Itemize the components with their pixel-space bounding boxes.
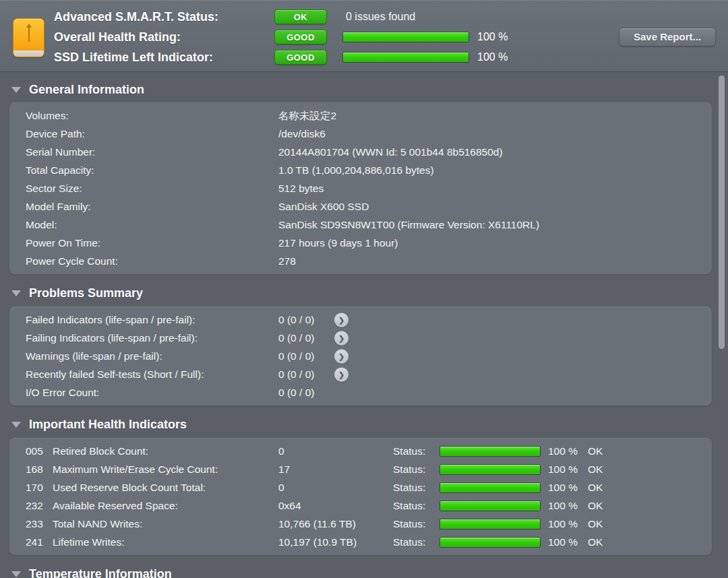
section-title: Temperature Information [29,567,172,578]
attribute-value: 10,197 (10.9 TB) [278,536,357,548]
external-drive-icon [13,18,44,57]
status-ok: OK [588,536,603,548]
info-row: Power Cycle Count:278 [9,252,712,270]
row-label: Model Family: [26,201,90,213]
attribute-value: 0x64 [278,500,301,512]
row-value: 0 (0 / 0) [278,332,314,344]
info-row: Volumes:名称未設定2 [9,106,712,125]
row-label: Device Path: [26,128,85,140]
row-label: Volumes: [26,110,69,122]
row-value: 名称未設定2 [278,108,336,123]
status-label: Status: [393,536,425,548]
status-label: Status: [393,500,425,512]
section-general-information: General Information [0,79,728,100]
disclosure-triangle-icon[interactable] [11,290,21,296]
status-ok: OK [588,445,603,457]
info-row: Sector Size:512 bytes [9,179,712,197]
disclosure-triangle-icon[interactable] [11,87,21,93]
info-row: Serial Number:20144A801704 (WWN Id: 5 00… [9,143,712,161]
attribute-name: Maximum Write/Erase Cycle Count: [53,463,218,476]
attribute-id: 241 [26,536,43,548]
health-rating-percent: 100 % [477,31,508,43]
general-information-panel: Volumes:名称未設定2 Device Path:/dev/disk6 Se… [9,102,712,274]
section-title: Problems Summary [29,286,143,300]
row-value: 217 hours (9 days 1 hour) [278,237,398,249]
status-progressbar [439,446,541,457]
status-ok: OK [588,482,603,494]
row-label: Serial Number: [26,146,95,158]
attribute-value: 0 [278,445,284,457]
row-value: 278 [278,255,296,267]
row-value: 0 (0 / 0) [278,314,314,326]
row-label: I/O Error Count: [26,387,99,399]
health-rating-progressbar [342,32,469,42]
row-label: Failed Indicators (life-span / pre-fail)… [26,314,195,326]
ssd-lifetime-progressbar [342,52,469,63]
drive-icon-base [13,51,44,57]
attribute-name: Total NAND Writes: [53,518,142,530]
info-row: Model:SanDisk SD9SN8W1T00 (Firmware Vers… [9,216,712,234]
drive-connector-glyph [28,27,30,42]
row-value: 0 (0 / 0) [278,387,314,399]
detail-arrow-button[interactable] [334,331,348,345]
attribute-id: 233 [26,518,43,530]
row-value: SanDisk X600 SSD [278,201,369,213]
row-value: SanDisk SD9SN8W1T00 (Firmware Version: X… [278,219,539,231]
row-value: 512 bytes [278,183,324,195]
detail-arrow-button[interactable] [334,367,348,381]
problem-row: Failed Indicators (life-span / pre-fail)… [9,311,712,329]
disclosure-triangle-icon[interactable] [11,422,21,428]
status-ok: OK [588,463,603,476]
smart-utility-window: Advanced S.M.A.R.T. Status: Overall Heal… [0,0,728,578]
row-label: Sector Size: [26,183,82,195]
problem-row: Recently failed Self-tests (Short / Full… [9,365,712,383]
row-label: Total Capacity: [26,164,94,176]
status-progressbar [439,519,541,529]
attribute-id: 005 [26,445,43,457]
attribute-name: Lifetime Writes: [53,536,125,548]
detail-arrow-button[interactable] [334,313,348,327]
health-row: 005Retired Block Count:0Status:100 %OK [9,442,712,460]
attribute-name: Used Reserve Block Count Total: [53,482,206,494]
attribute-value: 10,766 (11.6 TB) [278,518,356,530]
attribute-value: 0 [278,482,284,494]
ssd-lifetime-label: SSD Lifetime Left Indicator: [54,50,213,65]
ssd-lifetime-percent: 100 % [477,51,508,63]
row-value: /dev/disk6 [278,128,326,140]
status-label: Status: [393,518,425,530]
info-row: Device Path:/dev/disk6 [9,125,712,143]
attribute-name: Retired Block Count: [53,445,148,457]
health-row: 168Maximum Write/Erase Cycle Count:17Sta… [9,460,712,478]
row-value: 1.0 TB (1,000,204,886,016 bytes) [278,164,434,176]
health-rating-label: Overall Health Rating: [54,30,181,44]
attribute-id: 232 [26,500,43,512]
row-label: Failing Indicators (life-span / pre-fail… [26,332,198,344]
status-label: Status: [393,482,425,494]
status-percent: 100 % [548,445,578,457]
attribute-id: 170 [26,482,43,494]
issues-found-text: 0 issues found [346,9,415,24]
ssd-lifetime-badge: GOOD [274,50,327,65]
status-progressbar [439,501,541,511]
section-title: General Information [29,83,144,97]
save-report-button[interactable]: Save Report... [619,28,716,46]
section-important-health-indicators: Important Health Indicators [0,415,728,434]
health-row: 241Lifetime Writes:10,197 (10.9 TB)Statu… [9,533,712,551]
row-value: 0 (0 / 0) [278,368,314,381]
section-title: Important Health Indicators [29,418,187,432]
health-rating-badge: GOOD [274,30,327,44]
info-row: Power On Time:217 hours (9 days 1 hour) [9,234,712,252]
disclosure-triangle-icon[interactable] [11,571,21,577]
status-ok: OK [588,500,603,512]
attribute-id: 168 [26,463,43,476]
smart-status-badge: OK [274,9,327,24]
vertical-scrollbar-thumb[interactable] [719,75,725,349]
status-label: Status: [393,463,425,476]
detail-arrow-button[interactable] [334,349,348,363]
attribute-name: Available Reserved Space: [53,500,178,512]
row-label: Model: [26,219,57,231]
info-row: Total Capacity:1.0 TB (1,000,204,886,016… [9,161,712,179]
section-temperature-information: Temperature Information [0,565,728,578]
problem-row: I/O Error Count:0 (0 / 0) [9,383,712,402]
health-row: 232Available Reserved Space:0x64Status:1… [9,496,712,515]
